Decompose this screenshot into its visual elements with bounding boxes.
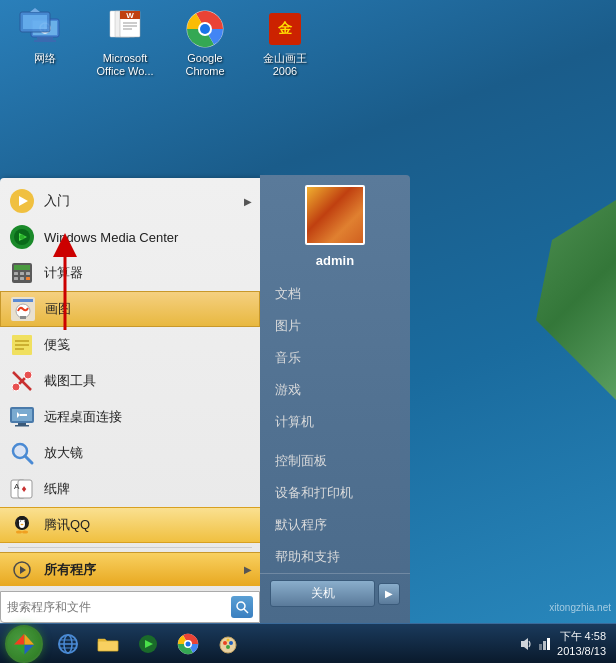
svg-line-77	[244, 609, 248, 613]
svg-point-29	[20, 235, 25, 240]
pictures-label: 图片	[275, 317, 301, 335]
getting-started-icon	[8, 187, 36, 215]
menu-separator	[8, 547, 252, 548]
network-icon-label: 网络	[34, 52, 56, 65]
right-menu-devices[interactable]: 设备和打印机	[260, 477, 410, 509]
volume-icon[interactable]	[517, 636, 533, 652]
search-input[interactable]	[7, 600, 231, 614]
clock-time: 下午 4:58	[557, 629, 606, 643]
svg-text:A: A	[14, 482, 20, 491]
svg-rect-39	[13, 299, 33, 302]
right-menu-defaults[interactable]: 默认程序	[260, 509, 410, 541]
svg-point-57	[15, 446, 25, 456]
desktop-icon-office[interactable]: W MicrosoftOffice Wo...	[90, 5, 160, 82]
svg-point-72	[16, 531, 22, 534]
office-icon-label: MicrosoftOffice Wo...	[96, 52, 153, 78]
shutdown-button[interactable]: 关机	[270, 580, 375, 607]
svg-rect-33	[20, 272, 24, 275]
svg-rect-41	[20, 316, 26, 319]
right-menu-music[interactable]: 音乐	[260, 342, 410, 374]
start-menu-right: admin 文档 图片 音乐 游戏 计算机 控制面板 设备和打印机	[260, 175, 410, 623]
svg-point-92	[223, 641, 227, 645]
right-menu-games[interactable]: 游戏	[260, 374, 410, 406]
desktop-icon-chrome[interactable]: Google Chrome	[170, 5, 240, 82]
menu-item-getting-started[interactable]: 入门 ▶	[0, 183, 260, 219]
menu-item-all-programs[interactable]: 所有程序 ▶	[0, 552, 260, 586]
user-avatar[interactable]	[305, 185, 365, 245]
menu-item-solitaire[interactable]: ♦ A 纸牌	[0, 471, 260, 507]
taskbar-paint[interactable]	[210, 628, 246, 660]
svg-marker-96	[521, 638, 528, 650]
windows-logo-icon	[13, 633, 35, 655]
menu-item-notepad[interactable]: 便笺	[0, 327, 260, 363]
snipping-label: 截图工具	[44, 372, 96, 390]
svg-point-94	[226, 645, 230, 649]
menu-item-snipping[interactable]: 截图工具	[0, 363, 260, 399]
menu-item-qq[interactable]: 腾讯QQ	[0, 507, 260, 543]
svg-point-95	[227, 638, 230, 641]
shutdown-area: 关机 ▶	[260, 573, 410, 613]
taskbar-chrome[interactable]	[170, 628, 206, 660]
right-menu-documents[interactable]: 文档	[260, 278, 410, 310]
svg-point-93	[229, 641, 233, 645]
shutdown-arrow-button[interactable]: ▶	[378, 583, 400, 605]
menu-item-calculator[interactable]: 计算器	[0, 255, 260, 291]
menu-item-magnifier[interactable]: 放大镜	[0, 435, 260, 471]
solitaire-icon: ♦ A	[8, 475, 36, 503]
svg-rect-97	[539, 644, 542, 650]
right-menu-help[interactable]: 帮助和支持	[260, 541, 410, 573]
start-button[interactable]	[5, 625, 43, 663]
system-tray	[517, 636, 552, 652]
network-tray-icon[interactable]	[536, 636, 552, 652]
svg-point-73	[22, 531, 28, 534]
clock-date: 2013/8/13	[557, 644, 606, 658]
desktop-icon-jinshan[interactable]: 金 金山画王2006	[250, 5, 320, 82]
remote-label: 远程桌面连接	[44, 408, 122, 426]
svg-rect-98	[543, 641, 546, 650]
right-menu-computer[interactable]: 计算机	[260, 406, 410, 438]
right-menu-control-panel[interactable]: 控制面板	[260, 445, 410, 477]
right-menu-pictures[interactable]: 图片	[260, 310, 410, 342]
documents-label: 文档	[275, 285, 301, 303]
svg-marker-22	[30, 8, 40, 12]
getting-started-label: 入门	[44, 192, 70, 210]
taskbar-media[interactable]	[130, 628, 166, 660]
svg-rect-2	[34, 40, 56, 42]
taskbar-folder[interactable]	[90, 628, 126, 660]
devices-label: 设备和打印机	[275, 484, 353, 502]
svg-point-69	[20, 520, 21, 521]
svg-point-76	[237, 602, 245, 610]
svg-point-48	[12, 383, 20, 391]
calculator-icon	[8, 259, 36, 287]
menu-item-remote[interactable]: 远程桌面连接	[0, 399, 260, 435]
desktop: 网络 W MicrosoftOffice Wo...	[0, 0, 616, 663]
svg-text:金: 金	[277, 20, 293, 36]
svg-rect-37	[26, 277, 30, 280]
games-label: 游戏	[275, 381, 301, 399]
all-programs-arrow: ▶	[244, 564, 252, 575]
taskbar-ie[interactable]	[50, 628, 86, 660]
svg-point-18	[200, 24, 210, 34]
search-button[interactable]	[231, 596, 253, 618]
jinshan-icon-label: 金山画王2006	[263, 52, 307, 78]
svg-rect-55	[20, 414, 27, 416]
all-programs-icon	[8, 556, 36, 584]
desktop-icons-row2	[0, 0, 65, 40]
svg-text:W: W	[126, 11, 134, 20]
menu-item-media-center[interactable]: Windows Media Center	[0, 219, 260, 255]
red-arrow-indicator	[40, 230, 90, 340]
svg-rect-85	[98, 641, 118, 651]
svg-rect-99	[547, 638, 550, 650]
qq-icon	[8, 511, 36, 539]
desktop-icon-row2-1[interactable]	[5, 5, 65, 40]
svg-rect-23	[23, 15, 47, 29]
computer-label: 计算机	[275, 413, 314, 431]
svg-point-49	[24, 371, 32, 379]
leaf-decoration	[536, 200, 616, 400]
office-icon-img: W	[105, 9, 145, 49]
svg-rect-32	[14, 272, 18, 275]
menu-item-paint[interactable]: 画图	[0, 291, 260, 327]
chrome-icon-label: Google Chrome	[174, 52, 236, 78]
help-label: 帮助和支持	[275, 548, 340, 566]
chrome-icon-img	[185, 9, 225, 49]
